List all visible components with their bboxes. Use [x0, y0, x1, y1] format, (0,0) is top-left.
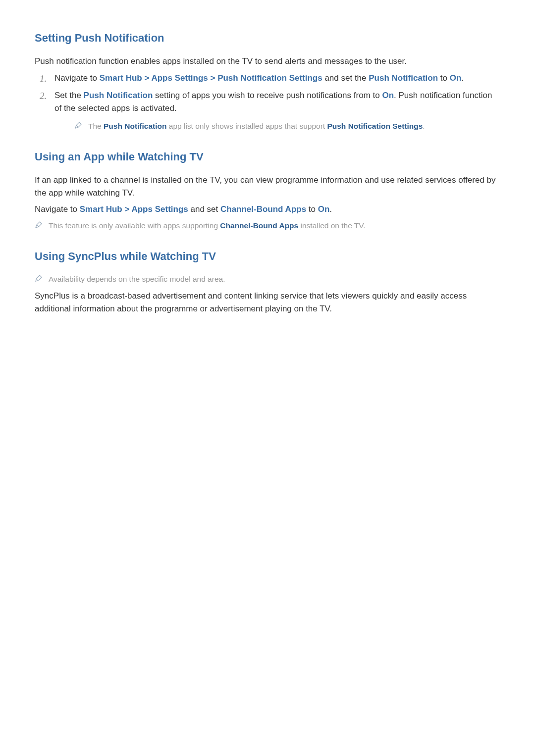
heading-syncplus: Using SyncPlus while Watching TV: [35, 248, 500, 264]
value-on: On: [382, 91, 394, 100]
step-1-text: Navigate to Smart Hub > Apps Settings > …: [54, 73, 464, 83]
note-1-text: The Push Notification app list only show…: [88, 120, 425, 132]
link-push-notification: Push Notification: [369, 73, 438, 83]
heading-push-notification: Setting Push Notification: [35, 30, 500, 46]
section-push-notification: Setting Push Notification Push notificat…: [35, 30, 500, 132]
link-push-notification-settings: Push Notification Settings: [217, 73, 322, 83]
link-push-notification-settings: Push Notification Settings: [327, 122, 423, 130]
step-1: Navigate to Smart Hub > Apps Settings > …: [40, 72, 500, 85]
link-smart-hub: Smart Hub: [100, 73, 142, 83]
note-3-text: Availability depends on the specific mod…: [49, 273, 225, 285]
section-syncplus: Using SyncPlus while Watching TV Availab…: [35, 248, 500, 315]
link-channel-bound-apps: Channel-Bound Apps: [220, 221, 298, 230]
link-push-notification: Push Notification: [104, 122, 166, 130]
link-apps-settings: Apps Settings: [131, 204, 188, 214]
pen-icon: [74, 121, 82, 129]
intro-text-2: If an app linked to a channel is install…: [35, 174, 500, 199]
link-apps-settings: Apps Settings: [151, 73, 208, 83]
syncplus-body: SyncPlus is a broadcast-based advertisem…: [35, 290, 500, 315]
pen-icon: [35, 274, 43, 282]
note-3: Availability depends on the specific mod…: [35, 273, 500, 285]
step-2-text: Set the Push Notification setting of app…: [54, 91, 492, 113]
step-2: Set the Push Notification setting of app…: [40, 89, 500, 132]
link-push-notification: Push Notification: [84, 91, 153, 100]
note-2: This feature is only available with apps…: [35, 220, 500, 231]
intro-text: Push notification function enables apps …: [35, 55, 500, 68]
note-2-text: This feature is only available with apps…: [49, 220, 366, 231]
steps-list: Navigate to Smart Hub > Apps Settings > …: [40, 72, 500, 132]
section-app-watching-tv: Using an App while Watching TV If an app…: [35, 149, 500, 231]
heading-app-watching-tv: Using an App while Watching TV: [35, 149, 500, 165]
link-channel-bound-apps: Channel-Bound Apps: [220, 204, 306, 214]
note-1: The Push Notification app list only show…: [74, 120, 500, 132]
pen-icon: [35, 221, 43, 229]
link-smart-hub: Smart Hub: [80, 204, 122, 214]
navigate-line: Navigate to Smart Hub > Apps Settings an…: [35, 203, 500, 216]
value-on: On: [450, 73, 462, 83]
value-on: On: [318, 204, 330, 214]
